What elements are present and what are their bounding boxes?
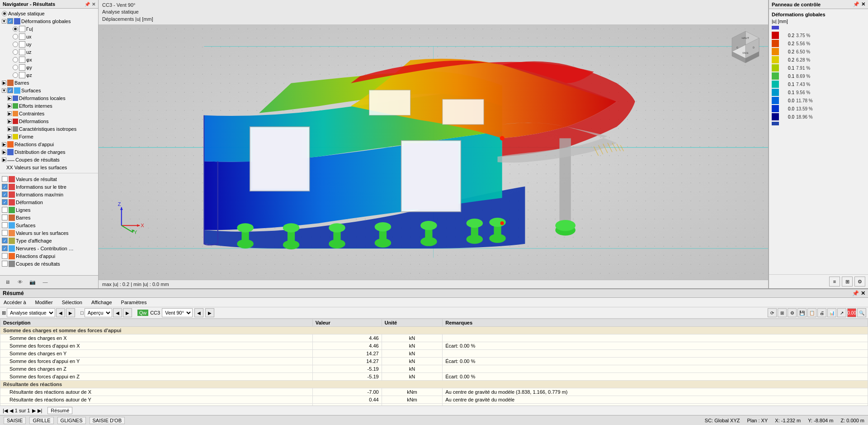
prev-analyse-btn[interactable]: ◀ [56,308,65,317]
menu-acceder[interactable]: Accéder à [2,299,28,306]
sidebar-item-px[interactable]: φx [0,56,98,63]
cb-ta[interactable]: ✓ [2,238,8,244]
sidebar-item-uz[interactable]: uz [0,48,98,56]
cb-deformations-globales[interactable]: ✓ [7,18,13,24]
expand-deformations2[interactable]: ▶ [7,119,12,124]
toolbar-icon-6[interactable]: 🖨 [817,308,826,317]
prev-cc-btn[interactable]: ◀ [194,308,203,317]
sidebar-item-u[interactable]: Γu| [0,25,98,33]
toolbar-icon-8[interactable]: ↗ [837,308,846,317]
next-cc-btn[interactable]: ▶ [205,308,214,317]
cb-deformation-item[interactable]: ✓ [2,199,8,205]
sidebar-item-coupes[interactable]: ▶ Coupes de résultats [0,156,98,163]
status-grille[interactable]: GRILLE [29,417,53,424]
toolbar-icon-1[interactable]: ⟳ [768,308,777,317]
table-row[interactable]: Somme des charges en Y 14.27 kN [0,350,868,358]
sidebar-item-py[interactable]: φy [0,63,98,71]
menu-modifier[interactable]: Modifier [33,299,55,306]
sidebar-item-deformation-item[interactable]: ✓ Déformation [0,198,98,206]
sidebar-item-coupes2[interactable]: Coupes de résultats [0,260,98,267]
sidebar-item-efforts[interactable]: ▶ Efforts internes [0,102,98,110]
expand-contraintes[interactable]: ▶ [7,111,12,116]
sidebar-item-analyse[interactable]: Analyse statique [0,10,98,17]
sidebar-close-icon[interactable]: ✕ [92,2,95,7]
panel-settings-icon[interactable]: ⚙ [854,277,865,287]
table-row[interactable]: Somme des forces d'appui en Y 14.27 kN É… [0,358,868,365]
sidebar-item-barres[interactable]: ▶ Barres [0,79,98,86]
sidebar-item-reactions2[interactable]: Réactions d'appui [0,252,98,260]
next-analyse-btn[interactable]: ▶ [66,308,75,317]
sidebar-item-contraintes[interactable]: ▶ Contraintes [0,110,98,117]
expand-surfaces[interactable]: ▼ [2,88,6,93]
sidebar-item-deformations-locales[interactable]: ▶ Déformations locales [0,94,98,102]
sidebar-item-type-affichage[interactable]: ✓ Type d'affichage [0,237,98,244]
sidebar-item-nervures[interactable]: ✓ Nervures - Contribution efficace sur l… [0,244,98,252]
sidebar-item-deformations-globales[interactable]: ▼ ✓ Déformations globales [0,17,98,25]
expand-coupes[interactable]: ▶ [2,158,6,162]
expand-distribution[interactable]: ▶ [2,150,6,154]
toolbar-icon-10[interactable]: 🔍 [857,308,866,317]
cb-info-maxmin[interactable]: ✓ [2,191,8,197]
status-glignes[interactable]: GLIGNES [57,417,86,424]
cb-barres2[interactable] [2,215,8,220]
cb-valeurs-resultat[interactable] [2,176,8,182]
sidebar-item-forme[interactable]: ▶ Forme [0,133,98,140]
status-saisie-ob[interactable]: SAISIE D'OB [90,417,125,424]
sidebar-item-distribution[interactable]: ▶ Distribution de charges [0,148,98,156]
first-page-btn[interactable]: |◀ [3,408,8,414]
table-row[interactable]: Somme des charges en X 4.46 kN [0,334,868,342]
cb-surfaces[interactable]: ✓ [7,87,13,93]
table-row[interactable]: Résultante des réactions autour de Y 0.4… [0,396,868,404]
toolbar-icon-4[interactable]: 💾 [797,308,807,317]
panel-close-icon[interactable]: ✕ [861,1,865,7]
toolbar-icon-3[interactable]: ⚙ [788,308,797,317]
cb-lignes[interactable] [2,207,8,213]
panel-table-icon[interactable]: ≡ [829,277,840,287]
sidebar-item-info-titre[interactable]: ✓ Informations sur le titre [0,183,98,191]
table-row[interactable]: Résultante des réactions autour de X -7.… [0,388,868,396]
toolbar-icon-7[interactable]: 📊 [827,308,836,317]
cb-nerv[interactable]: ✓ [2,245,8,251]
cb-coupes2[interactable] [2,261,8,267]
expand-barres[interactable]: ▶ [2,81,6,85]
cb-info-titre[interactable]: ✓ [2,184,8,190]
sidebar-item-surfaces2[interactable]: Surfaces [0,221,98,229]
sidebar-item-uy[interactable]: uy [0,40,98,48]
cb-reactions2[interactable] [2,253,8,259]
sidebar-item-pz[interactable]: φz [0,71,98,79]
prev-apercu-btn[interactable]: ◀ [113,308,122,317]
expand-def-locales[interactable]: ▶ [7,96,12,100]
menu-parametres[interactable]: Paramètres [119,299,149,306]
results-close-icon[interactable]: ✕ [861,290,865,296]
prev-page-btn[interactable]: ◀ [9,408,13,414]
expand-caract[interactable]: ▶ [7,127,12,131]
sidebar-item-valeurs-surfaces2[interactable]: Valeurs sur les surfaces [0,229,98,237]
next-page-btn[interactable]: ▶ [32,408,36,414]
nav-cube[interactable]: HAUT G FACE D [727,29,764,65]
viewport-canvas[interactable]: X Z Y [99,24,768,280]
panel-list-icon[interactable]: ⊞ [842,277,853,287]
sidebar-item-deformations[interactable]: ▶ Déformations [0,117,98,125]
sidebar-pin-icon[interactable]: 📌 [85,2,90,7]
menu-selection[interactable]: Sélection [60,299,84,306]
results-pin-icon[interactable]: 📌 [852,290,859,296]
table-row[interactable]: Somme des forces d'appui en X 4.46 kN Éc… [0,342,868,350]
toolbar-icon-5[interactable]: 📋 [807,308,816,317]
next-apercu-btn[interactable]: ▶ [123,308,132,317]
cb-vs2[interactable] [2,230,8,236]
toolbar-icon-9[interactable]: 0.00 [847,308,856,317]
sidebar-item-valeurs-surfaces[interactable]: XX Valeurs sur les surfaces [0,163,98,171]
sidebar-item-info-maxmin[interactable]: ✓ Informations max/min [0,191,98,198]
sidebar-item-reactions[interactable]: ▶ Réactions d'appui [0,140,98,148]
expand-deformations[interactable]: ▼ [2,19,6,24]
apercu-select[interactable]: Aperçu [85,308,112,317]
expand-efforts[interactable]: ▶ [7,104,12,108]
sidebar-item-caract[interactable]: ▶ Caractéristiques isotropes [0,125,98,133]
sidebar-item-lignes[interactable]: Lignes [0,206,98,214]
analyse-select[interactable]: Analyse statique [7,308,55,317]
panel-pin-icon[interactable]: 📌 [853,1,859,7]
eye-icon[interactable]: 👁 [15,277,24,287]
menu-affichage[interactable]: Affichage [90,299,114,306]
expand-forme[interactable]: ▶ [7,134,12,139]
tab-resume[interactable]: Résumé [47,407,72,414]
